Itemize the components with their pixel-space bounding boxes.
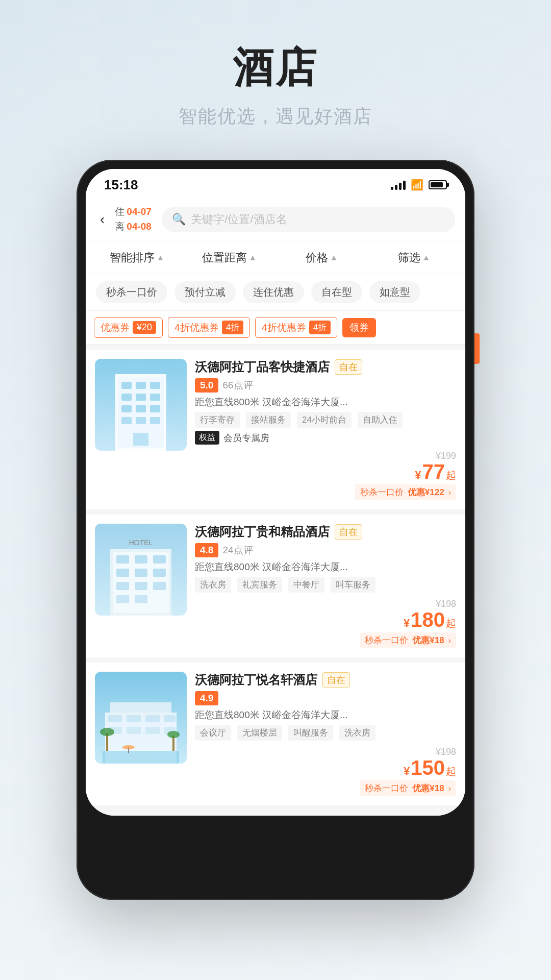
svg-rect-27 [153, 582, 166, 590]
date-selector[interactable]: 住 04-07 离 04-08 [115, 205, 156, 234]
discount-row-1[interactable]: 秒杀一口价 优惠¥18 › [360, 632, 456, 648]
coupon-label-2: 4折优惠券 [262, 321, 306, 334]
checkout-date: 04-08 [127, 219, 152, 234]
discount-amount-1: 优惠¥18 [412, 634, 444, 646]
hotel-name-0: 沃德阿拉丁品客快捷酒店 [195, 359, 330, 375]
coupon-banner: 优惠券 ¥20 4折优惠券 4折 4折优惠券 4折 领券 [86, 311, 465, 345]
svg-rect-23 [135, 569, 147, 577]
svg-rect-3 [121, 382, 132, 389]
hotel-image-2 [95, 672, 187, 764]
search-input[interactable]: 🔍 关键字/位置/酒店名 [162, 207, 455, 232]
discount-tag-0: 秒杀一口价 [360, 486, 404, 498]
tag-zizai[interactable]: 自在型 [311, 281, 362, 303]
sort-price[interactable]: 价格 ▲ [276, 250, 368, 265]
checkin-label: 住 [115, 205, 124, 219]
back-button[interactable]: ‹ [96, 209, 109, 230]
page-header: 酒店 智能优选，遇见好酒店 [179, 0, 372, 160]
coupon-collect-button[interactable]: 领券 [342, 318, 376, 337]
tag-flash-sale[interactable]: 秒杀一口价 [96, 281, 167, 303]
search-area: ‹ 住 04-07 离 04-08 🔍 关键字/位置/酒店名 [86, 198, 465, 241]
svg-text:HOTEL: HOTEL [129, 538, 153, 547]
price-suffix-2: 起 [446, 765, 456, 778]
svg-rect-10 [136, 405, 146, 412]
review-count-0: 66点评 [222, 379, 253, 392]
sort-arrow-1: ▲ [249, 253, 257, 262]
hotel-name-row-1: 沃德阿拉丁贵和精品酒店 自在 [195, 524, 456, 540]
price-currency-1: ¥ [404, 617, 410, 630]
svg-rect-42 [103, 751, 179, 764]
svg-rect-15 [133, 433, 148, 446]
hotel-card-0[interactable]: 沃德阿拉丁品客快捷酒店 自在 5.0 66点评 距您直线800米 汉峪金谷海洋大… [86, 350, 465, 509]
svg-rect-6 [121, 394, 132, 401]
hotel-type-tag-1: 自在 [335, 524, 362, 540]
tag-ruyi[interactable]: 如意型 [369, 281, 420, 303]
svg-rect-12 [121, 417, 132, 424]
coupon-value-0: ¥20 [133, 321, 156, 334]
discount-row-0[interactable]: 秒杀一口价 优惠¥122 › [355, 484, 456, 500]
search-placeholder-text: 关键字/位置/酒店名 [191, 212, 287, 227]
hotel-info-0: 沃德阿拉丁品客快捷酒店 自在 5.0 66点评 距您直线800米 汉峪金谷海洋大… [195, 359, 456, 500]
hotel-name-1: 沃德阿拉丁贵和精品酒店 [195, 524, 330, 540]
hotel-list: 沃德阿拉丁品客快捷酒店 自在 5.0 66点评 距您直线800米 汉峪金谷海洋大… [86, 345, 465, 816]
amenity-0-1: 接站服务 [246, 412, 291, 428]
hotel-info-1: 沃德阿拉丁贵和精品酒店 自在 4.8 24点评 距您直线800米 汉峪金谷海洋大… [195, 524, 456, 648]
review-count-1: 24点评 [222, 544, 253, 557]
phone-screen: 15:18 📶 ‹ 住 04-07 离 04- [86, 169, 465, 816]
hotel-type-tag-0: 自在 [335, 359, 362, 375]
checkin-date: 04-07 [127, 205, 152, 219]
status-icons: 📶 [391, 179, 447, 191]
sort-bar: 智能排序 ▲ 位置距离 ▲ 价格 ▲ 筛选 ▲ [86, 241, 465, 274]
coupon-label-1: 4折优惠券 [174, 321, 219, 334]
battery-icon [429, 180, 447, 189]
svg-rect-20 [135, 555, 147, 564]
side-button [474, 333, 480, 364]
coupon-item-2[interactable]: 4折优惠券 4折 [255, 317, 337, 338]
svg-rect-9 [121, 405, 132, 412]
sort-filter[interactable]: 筛选 ▲ [368, 250, 460, 265]
svg-rect-7 [136, 394, 146, 401]
coupon-value-2: 4折 [309, 321, 331, 334]
svg-rect-21 [153, 555, 166, 564]
coupon-item-0[interactable]: 优惠券 ¥20 [94, 317, 163, 338]
coupon-value-1: 4折 [222, 321, 243, 334]
hotel-location-2: 距您直线800米 汉峪金谷海洋大厦... [195, 708, 456, 722]
svg-rect-13 [136, 417, 146, 424]
status-time: 15:18 [104, 177, 138, 193]
discount-row-2[interactable]: 秒杀一口价 优惠¥18 › [360, 780, 456, 796]
hotel-card-1[interactable]: HOTEL 沃德阿拉丁贵和精品酒店 自在 4.8 24点评 距您直线800米 汉… [86, 514, 465, 657]
price-number-1: 180 [411, 609, 445, 630]
amenity-2-3: 洗衣房 [339, 725, 375, 741]
checkout-label: 离 [115, 219, 124, 234]
tag-multi-night[interactable]: 连住优惠 [243, 281, 304, 303]
status-bar: 15:18 📶 [86, 169, 465, 198]
price-area-1: ¥198 ¥ 180 起 秒杀一口价 优惠¥18 › [195, 599, 456, 648]
phone-frame: 15:18 📶 ‹ 住 04-07 离 04- [77, 160, 474, 900]
svg-rect-26 [135, 582, 147, 590]
svg-rect-14 [150, 417, 160, 424]
hotel-card-2[interactable]: 沃德阿拉丁悦名轩酒店 自在 4.9 距您直线800米 汉峪金谷海洋大厦... 会… [86, 663, 465, 805]
rating-badge-1: 4.8 [195, 543, 218, 557]
amenities-2: 会议厅 无烟楼层 叫醒服务 洗衣房 [195, 725, 456, 741]
svg-point-44 [100, 728, 114, 736]
svg-rect-19 [116, 555, 129, 564]
discount-amount-2: 优惠¥18 [412, 782, 444, 794]
svg-rect-28 [116, 595, 129, 603]
sort-location[interactable]: 位置距离 ▲ [183, 250, 276, 265]
svg-point-48 [122, 745, 135, 749]
svg-rect-11 [150, 405, 160, 412]
sort-arrow-3: ▲ [422, 253, 431, 262]
hotel-location-0: 距您直线800米 汉峪金谷海洋大厦... [195, 396, 456, 409]
hotel-name-row-0: 沃德阿拉丁品客快捷酒店 自在 [195, 359, 456, 375]
svg-rect-22 [116, 569, 129, 577]
hotel-type-tag-2: 自在 [322, 672, 350, 688]
coupon-item-1[interactable]: 4折优惠券 4折 [168, 317, 250, 338]
price-area-2: ¥198 ¥ 150 起 秒杀一口价 优惠¥18 › [195, 747, 456, 796]
amenity-2-1: 无烟楼层 [237, 725, 282, 741]
tag-prepay[interactable]: 预付立减 [174, 281, 236, 303]
amenity-1-1: 礼宾服务 [237, 577, 282, 593]
signal-icon [391, 180, 406, 190]
sort-smart[interactable]: 智能排序 ▲ [91, 250, 183, 265]
hotel-image-1: HOTEL [95, 524, 187, 616]
wifi-icon: 📶 [411, 179, 423, 191]
amenity-1-3: 叫车服务 [331, 577, 375, 593]
